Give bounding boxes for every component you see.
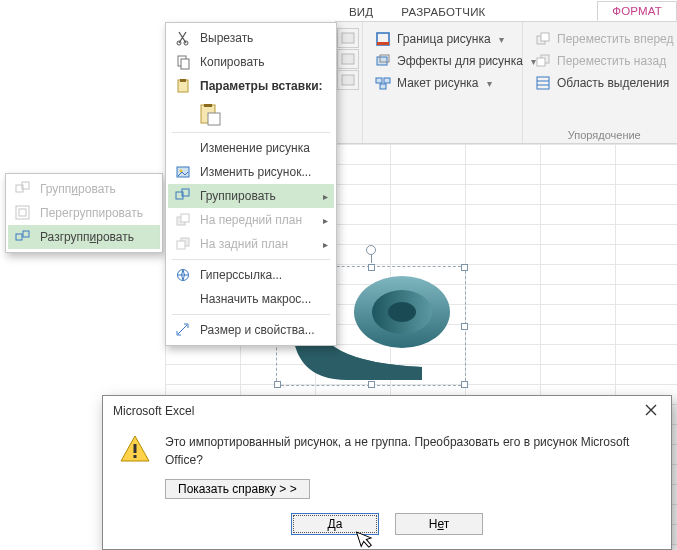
resize-handle[interactable] <box>368 264 375 271</box>
svg-rect-33 <box>204 104 212 107</box>
picture-layout-label: Макет рисунка <box>397 76 479 90</box>
picture-effects-label: Эффекты для рисунка <box>397 54 523 68</box>
submenu-regroup[interactable]: Перегруппировать <box>8 201 160 225</box>
ctx-assign-macro[interactable]: Назначить макрос... <box>168 287 334 311</box>
ctx-send-back-label: На задний план <box>200 237 288 251</box>
submenu-ungroup-label: Разгруппировать <box>40 230 134 244</box>
dialog-message: Это импортированный рисунок, а не группа… <box>165 433 655 469</box>
selection-pane-button[interactable]: Область выделения <box>531 72 677 94</box>
resize-handle[interactable] <box>274 381 281 388</box>
svg-rect-22 <box>16 206 29 219</box>
submenu-arrow-icon: ▸ <box>323 239 328 250</box>
separator <box>172 132 330 133</box>
send-back-icon <box>174 236 192 252</box>
no-button[interactable]: Нет <box>395 513 483 535</box>
edit-picture-icon <box>174 164 192 180</box>
yes-button[interactable]: Да <box>291 513 379 535</box>
context-menu: Вырезать Копировать Параметры вставки: И… <box>165 22 337 346</box>
svg-rect-42 <box>177 241 185 249</box>
submenu-group-label: Группировать <box>40 182 116 196</box>
picture-layout-button[interactable]: Макет рисунка ▾ <box>371 72 514 94</box>
ctx-bring-front-label: На передний план <box>200 213 302 227</box>
ribbon-style-thumb[interactable] <box>337 49 359 69</box>
ctx-copy[interactable]: Копировать <box>168 50 334 74</box>
submenu-regroup-label: Перегруппировать <box>40 206 143 220</box>
ribbon-style-thumb[interactable] <box>337 70 359 90</box>
ctx-hyperlink[interactable]: Гиперссылка... <box>168 263 334 287</box>
hyperlink-icon <box>174 267 192 283</box>
tab-view[interactable]: ВИД <box>335 3 387 21</box>
resize-handle[interactable] <box>368 381 375 388</box>
ribbon-tabstrip: ВИД РАЗРАБОТЧИК ФОРМАТ <box>335 0 677 22</box>
ctx-edit-picture[interactable]: Изменить рисунок... <box>168 160 334 184</box>
svg-rect-7 <box>376 78 382 83</box>
resize-handle[interactable] <box>461 381 468 388</box>
dialog-close-button[interactable] <box>639 402 663 419</box>
svg-rect-40 <box>181 214 189 222</box>
picture-effects-button[interactable]: Эффекты для рисунка ▾ <box>371 50 514 72</box>
size-props-icon <box>174 322 192 338</box>
group-submenu: Группировать Перегруппировать Разгруппир… <box>5 173 163 253</box>
ctx-size-properties[interactable]: Размер и свойства... <box>168 318 334 342</box>
send-backward-icon <box>535 53 551 69</box>
ctx-change-picture-label: Изменение рисунка <box>200 141 310 155</box>
tab-developer[interactable]: РАЗРАБОТЧИК <box>387 3 499 21</box>
submenu-arrow-icon: ▸ <box>323 191 328 202</box>
svg-rect-13 <box>537 58 545 66</box>
ctx-group[interactable]: Группировать ▸ <box>168 184 334 208</box>
rotate-handle[interactable] <box>366 245 376 255</box>
separator <box>172 259 330 260</box>
bring-forward-button[interactable]: Переместить вперед <box>531 28 677 50</box>
submenu-ungroup[interactable]: Разгруппировать <box>8 225 160 249</box>
ribbon: Граница рисунка ▾ Эффекты для рисунка ▾ … <box>335 22 677 144</box>
ctx-copy-label: Копировать <box>200 55 265 69</box>
ctx-hyperlink-label: Гиперссылка... <box>200 268 282 282</box>
ctx-bring-front[interactable]: На передний план ▸ <box>168 208 334 232</box>
picture-border-button[interactable]: Граница рисунка ▾ <box>371 28 514 50</box>
submenu-group[interactable]: Группировать <box>8 177 160 201</box>
svg-rect-25 <box>23 231 29 237</box>
svg-rect-34 <box>208 113 220 125</box>
svg-rect-2 <box>342 75 354 85</box>
convert-picture-dialog: Microsoft Excel Это импортированный рису… <box>102 395 672 550</box>
ctx-cut-label: Вырезать <box>200 31 253 45</box>
bring-forward-label: Переместить вперед <box>557 32 673 46</box>
picture-layout-icon <box>375 75 391 91</box>
ctx-edit-picture-label: Изменить рисунок... <box>200 165 311 179</box>
svg-rect-14 <box>537 77 549 89</box>
picture-border-label: Граница рисунка <box>397 32 491 46</box>
ctx-paste-options-label: Параметры вставки: <box>200 79 323 93</box>
ctx-group-label: Группировать <box>200 189 276 203</box>
svg-rect-0 <box>342 33 354 43</box>
picture-border-icon <box>375 31 391 47</box>
dialog-title: Microsoft Excel <box>113 404 194 418</box>
show-help-button[interactable]: Показать справку > > <box>165 479 310 499</box>
paste-option-button[interactable] <box>196 101 224 129</box>
ribbon-group-label-arrange: Упорядочение <box>523 129 677 141</box>
blank-icon <box>174 140 192 156</box>
blank-icon <box>174 291 192 307</box>
resize-handle[interactable] <box>461 264 468 271</box>
separator <box>172 314 330 315</box>
svg-rect-11 <box>541 33 549 41</box>
selection-pane-label: Область выделения <box>557 76 669 90</box>
paste-icon <box>174 78 192 94</box>
group-icon <box>14 181 32 197</box>
group-icon <box>174 188 192 204</box>
ctx-paste-options-header: Параметры вставки: <box>168 74 334 98</box>
resize-handle[interactable] <box>461 323 468 330</box>
ctx-change-picture[interactable]: Изменение рисунка <box>168 136 334 160</box>
svg-rect-46 <box>134 455 137 458</box>
svg-rect-31 <box>180 79 186 82</box>
dropdown-icon: ▾ <box>499 34 504 45</box>
tab-format[interactable]: ФОРМАТ <box>597 1 677 21</box>
send-backward-button[interactable]: Переместить назад <box>531 50 677 72</box>
ribbon-style-thumb[interactable] <box>337 28 359 48</box>
warning-icon <box>119 433 151 465</box>
send-backward-label: Переместить назад <box>557 54 666 68</box>
ctx-cut[interactable]: Вырезать <box>168 26 334 50</box>
ctx-send-back[interactable]: На задний план ▸ <box>168 232 334 256</box>
bring-front-icon <box>174 212 192 228</box>
svg-rect-9 <box>380 84 386 89</box>
svg-rect-23 <box>19 209 26 216</box>
